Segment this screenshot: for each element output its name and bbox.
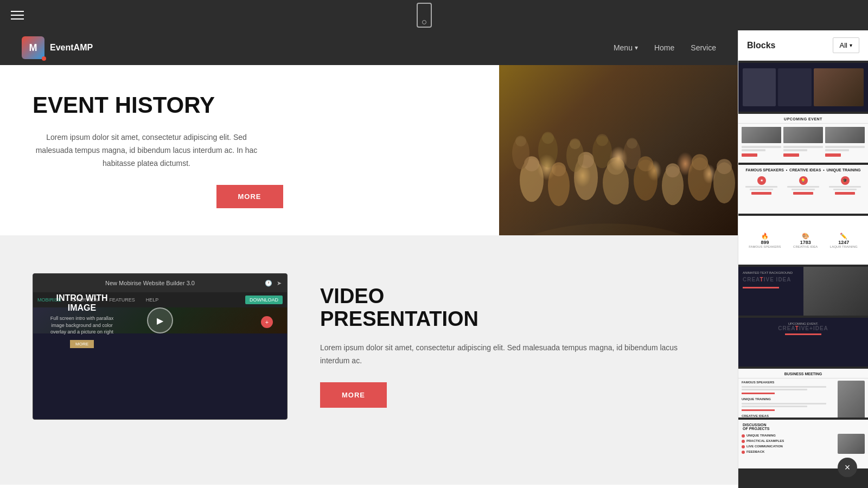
event-history-section: EVENT HISTORY Lorem ipsum dolor sit amet… bbox=[0, 65, 738, 235]
main-area: M EventAMP Menu Home Service EVENT HISTO… bbox=[0, 30, 868, 488]
svg-point-21 bbox=[570, 138, 580, 149]
block-item-1[interactable] bbox=[738, 63, 868, 112]
block-item-7[interactable]: BUSINESS MEETING FAMOUS SPEAKERS UNIQUE … bbox=[738, 369, 868, 418]
video-header-icons: 🕐 ➤ bbox=[265, 280, 282, 287]
event-history-title: EVENT HISTORY bbox=[33, 92, 467, 118]
phone-icon bbox=[417, 3, 432, 28]
video-play-button[interactable]: ▶ bbox=[147, 307, 173, 333]
video-overlay-text: INTRO WITHIMAGE Full screen intro with p… bbox=[44, 293, 120, 348]
blocks-list: UPCOMING EVENT bbox=[738, 61, 868, 488]
video-section-right: VIDEOPRESENTATION Lorem ipsum dolor sit … bbox=[320, 285, 705, 408]
brand-logo: M EventAMP bbox=[22, 36, 93, 59]
svg-point-26 bbox=[510, 223, 705, 235]
block-item-3[interactable]: FAMOUS SPEAKERS • CREATIVE IDEAS • UNIQU… bbox=[738, 165, 868, 214]
video-player-title: New Mobirise Website Builder 3.0 bbox=[39, 280, 261, 286]
event-history-image bbox=[499, 65, 738, 235]
blocks-panel: Blocks All UPCOMING EVENT bbox=[738, 30, 868, 488]
brand-icon: M bbox=[22, 36, 44, 59]
nav-service-item[interactable]: Service bbox=[691, 43, 716, 52]
svg-point-23 bbox=[596, 134, 608, 146]
nav-links: Menu Home Service bbox=[614, 43, 716, 52]
event-history-more-button[interactable]: MORE bbox=[216, 185, 283, 208]
video-action-button[interactable]: + bbox=[261, 316, 273, 328]
canvas-area: M EventAMP Menu Home Service EVENT HISTO… bbox=[0, 30, 738, 488]
video-player[interactable]: New Mobirise Website Builder 3.0 🕐 ➤ MOB… bbox=[33, 273, 288, 420]
blocks-filter-button[interactable]: All bbox=[833, 37, 859, 53]
video-overlay-sub: Full screen intro with parallax image ba… bbox=[44, 315, 120, 336]
video-more-button[interactable]: MORE bbox=[320, 382, 387, 408]
blocks-panel-title: Blocks bbox=[747, 41, 775, 50]
svg-point-19 bbox=[542, 132, 554, 144]
block6-title: CREATIVE+IDEA bbox=[743, 325, 864, 331]
video-overlay-title: INTRO WITHIMAGE bbox=[44, 293, 120, 313]
video-player-header: New Mobirise Website Builder 3.0 🕐 ➤ bbox=[33, 274, 287, 292]
video-section-title: VIDEOPRESENTATION bbox=[320, 285, 705, 331]
nav-download[interactable]: DOWNLOAD bbox=[245, 296, 283, 304]
event-history-body: Lorem ipsum dolor sit amet, consectetur … bbox=[33, 131, 260, 170]
svg-point-11 bbox=[666, 163, 680, 177]
gray-section: New Mobirise Website Builder 3.0 🕐 ➤ MOB… bbox=[0, 235, 738, 485]
svg-point-17 bbox=[515, 136, 526, 146]
blocks-panel-header: Blocks All bbox=[738, 30, 868, 61]
svg-point-25 bbox=[627, 138, 637, 149]
block-item-5[interactable]: ANIMATED TEXT BACKGROUND CREATIVE IDEA bbox=[738, 267, 868, 316]
brand-name: EventAMP bbox=[50, 43, 93, 53]
clock-icon: 🕐 bbox=[265, 280, 272, 287]
block7-header: BUSINESS MEETING bbox=[738, 369, 868, 378]
block2-header: UPCOMING EVENT bbox=[738, 114, 868, 124]
svg-point-13 bbox=[692, 154, 708, 170]
event-history-left: EVENT HISTORY Lorem ipsum dolor sit amet… bbox=[0, 65, 499, 235]
brand-letter: M bbox=[29, 42, 37, 54]
close-panel-button[interactable]: × bbox=[838, 458, 857, 477]
site-navbar: M EventAMP Menu Home Service bbox=[0, 30, 738, 65]
block8-header: DISCUSSIONOF PROJECTS bbox=[738, 420, 868, 433]
phone-preview-icon[interactable] bbox=[417, 3, 432, 28]
nav-help[interactable]: HELP bbox=[146, 297, 159, 303]
video-section: New Mobirise Website Builder 3.0 🕐 ➤ MOB… bbox=[0, 257, 738, 452]
video-section-body: Lorem ipsum dolor sit amet, consectetur … bbox=[320, 342, 705, 368]
block-item-2[interactable]: UPCOMING EVENT bbox=[738, 114, 868, 163]
video-more-btn[interactable]: MORE bbox=[70, 340, 94, 348]
svg-point-3 bbox=[552, 162, 566, 176]
nav-home-item[interactable]: Home bbox=[654, 43, 674, 52]
video-body: INTRO WITHIMAGE Full screen intro with p… bbox=[33, 307, 287, 333]
top-toolbar bbox=[0, 0, 868, 30]
block-item-6[interactable]: UPCOMING EVENT. CREATIVE+IDEA bbox=[738, 318, 868, 367]
close-icon: × bbox=[845, 462, 851, 473]
svg-point-15 bbox=[717, 159, 732, 174]
block3-header: FAMOUS SPEAKERS • CREATIVE IDEAS • UNIQU… bbox=[738, 165, 868, 174]
block-item-4[interactable]: 🔥 899 FAMOUS SPEAKERS 🎨 1783 CREATIVE ID… bbox=[738, 216, 868, 265]
arrow-icon: ➤ bbox=[277, 280, 282, 287]
nav-menu-item[interactable]: Menu bbox=[614, 43, 638, 52]
hamburger-menu-icon[interactable] bbox=[11, 11, 24, 20]
